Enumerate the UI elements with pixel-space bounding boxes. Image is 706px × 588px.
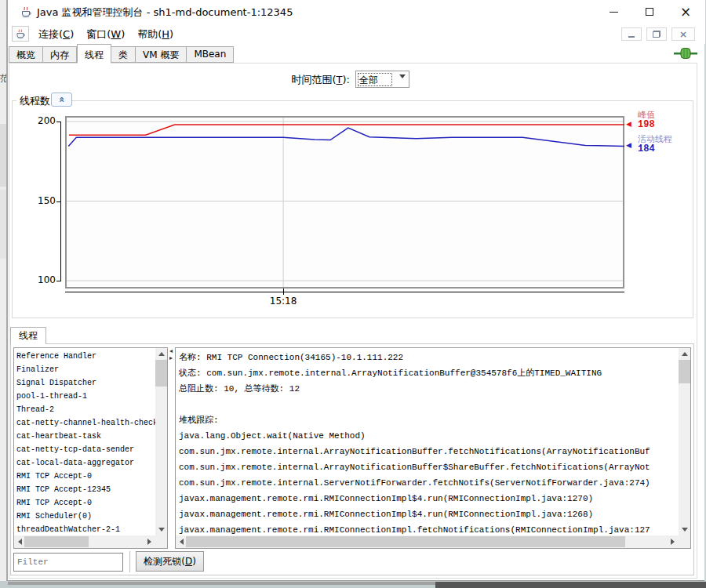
thread-list-item[interactable]: cat-heartbeat-task — [16, 430, 155, 443]
dropdown-chevron-icon — [399, 78, 406, 89]
detail-line: javax.management.remote.rmi.RMIConnectio… — [179, 491, 679, 506]
thread-list-item[interactable]: RMI Scheduler(0) — [16, 510, 155, 523]
thread-list-item[interactable]: Thread-2 — [16, 403, 155, 416]
tab-classes[interactable]: 类 — [111, 46, 136, 63]
thread-list-vscrollbar[interactable] — [155, 348, 167, 535]
minimize-icon — [610, 12, 618, 13]
tab-mbean[interactable]: MBean — [187, 46, 234, 63]
scroll-up-button[interactable] — [155, 348, 167, 360]
thread-details-text[interactable]: 名称: RMI TCP Connection(34165)-10.1.111.2… — [176, 348, 679, 535]
menu-item-window[interactable]: 窗口(W) — [80, 27, 131, 42]
tab-vm-summary[interactable]: VM 概要 — [136, 46, 187, 63]
y-tick-200: 200 — [32, 115, 56, 126]
tab-threads[interactable]: 线程 — [77, 44, 111, 64]
time-range-label: 时间范围(T): — [227, 73, 350, 87]
threads-subtab[interactable]: 线程 — [10, 327, 46, 344]
detail-line: javax.management.remote.rmi.RMIConnectio… — [179, 506, 679, 522]
background-window-bottom-bar — [8, 582, 435, 585]
hscroll-thumb[interactable] — [24, 536, 89, 547]
collapse-chart-button[interactable]: « — [51, 93, 72, 107]
connection-status-icon — [674, 47, 697, 60]
details-hscrollbar[interactable] — [176, 535, 679, 548]
maximize-icon — [646, 8, 653, 16]
scroll-right-button[interactable] — [667, 535, 679, 548]
title-bar[interactable]: Java 监视和管理控制台 - sh1-md-document-1:12345 … — [8, 0, 705, 24]
y-axis-tick — [56, 201, 61, 202]
collapse-chevrons-icon: « — [57, 96, 65, 103]
thread-details-panel: 名称: RMI TCP Connection(34165)-10.1.111.2… — [175, 347, 691, 549]
background-dark-bar — [435, 582, 706, 588]
live-series-marker-icon: ◀ — [626, 142, 631, 149]
scroll-up-button[interactable] — [679, 348, 690, 360]
thread-list-item[interactable]: pool-1-thread-1 — [16, 390, 155, 403]
scroll-down-button[interactable] — [679, 524, 690, 535]
scroll-down-icon — [158, 528, 165, 532]
scroll-down-button[interactable] — [155, 524, 167, 535]
thread-list[interactable]: Reference HandlerFinalizerSignal Dispatc… — [14, 348, 155, 535]
thread-list-item[interactable]: Finalizer — [16, 363, 155, 376]
tab-memory[interactable]: 内存 — [43, 46, 77, 63]
detect-deadlock-button[interactable]: 检测死锁(D) — [136, 551, 204, 572]
x-axis-line — [65, 292, 624, 292]
time-range-select[interactable]: 全部 — [355, 71, 409, 88]
menu-bar: 连接(C) 窗口(W) 帮助(H) × — [8, 24, 705, 44]
thread-list-item[interactable]: RMI TCP Accept-0 — [16, 496, 155, 510]
toolbar-separator — [129, 551, 131, 572]
thread-list-item[interactable]: Signal Dispatcher — [16, 376, 155, 390]
maximize-button[interactable] — [631, 0, 668, 24]
legend-peak-value: 198 — [638, 119, 655, 130]
y-axis-tick — [56, 281, 61, 281]
vscroll-thumb[interactable] — [155, 360, 167, 387]
splitter-collapse-left-icon[interactable]: ◂ — [169, 348, 173, 354]
y-axis-tick — [56, 122, 61, 122]
thread-count-chart — [65, 116, 624, 289]
app-icon — [20, 5, 32, 18]
thread-list-item[interactable]: RMI TCP Accept-12345 — [16, 483, 155, 496]
frame-restore-button[interactable] — [646, 27, 667, 41]
thread-list-hscrollbar[interactable] — [14, 535, 155, 548]
thread-list-item[interactable]: Reference Handler — [16, 350, 155, 363]
scroll-left-icon — [18, 539, 22, 545]
frame-restore-icon — [653, 31, 661, 38]
scroll-left-icon — [180, 539, 184, 545]
threads-subtab-label: 线程 — [19, 329, 38, 343]
close-icon: × — [680, 4, 691, 20]
close-button[interactable]: × — [668, 0, 704, 24]
legend-live-value: 184 — [638, 143, 655, 154]
thread-list-item[interactable]: cat-netty-tcp-data-sender — [16, 443, 155, 456]
details-vscrollbar[interactable] — [679, 348, 690, 535]
scroll-right-button[interactable] — [144, 535, 155, 548]
x-axis-tick — [283, 289, 284, 295]
peak-series-marker-icon: ◀ — [626, 121, 631, 128]
scroll-up-icon — [158, 352, 165, 356]
thread-list-item[interactable]: RMI TCP Accept-0 — [16, 470, 155, 483]
detail-line: java.lang.Object.wait(Native Method) — [179, 428, 679, 444]
scrollbar-corner — [155, 535, 167, 548]
tab-overview[interactable]: 概览 — [9, 46, 43, 63]
thread-list-panel: Reference HandlerFinalizerSignal Dispatc… — [13, 347, 168, 549]
detail-line: javax.management.remote.rmi.RMIConnectio… — [179, 522, 679, 535]
thread-list-item[interactable]: cat-netty-channel-health-check — [16, 416, 155, 430]
minimize-button[interactable] — [595, 0, 631, 24]
frame-minimize-icon — [628, 36, 635, 38]
thread-list-item[interactable]: threadDeathWatcher-2-1 — [16, 523, 155, 535]
menu-items: 连接(C) 窗口(W) 帮助(H) — [32, 27, 180, 42]
y-tick-150: 150 — [32, 195, 56, 206]
filter-input[interactable] — [13, 553, 123, 572]
background-window-fragment — [0, 190, 7, 259]
frame-close-button[interactable]: × — [671, 27, 695, 41]
splitter-collapse-right-icon[interactable]: ▸ — [169, 355, 173, 361]
frame-close-icon: × — [679, 29, 687, 40]
vscroll-thumb[interactable] — [679, 360, 690, 383]
menu-item-help[interactable]: 帮助(H) — [131, 27, 180, 42]
background-window-partial-text: 范 — [0, 72, 7, 85]
jconsole-window: Java 监视和管理控制台 - sh1-md-document-1:12345 … — [7, 0, 704, 581]
window-title: Java 监视和管理控制台 - sh1-md-document-1:12345 — [37, 5, 293, 20]
frame-icon-button[interactable] — [12, 26, 29, 42]
frame-minimize-button[interactable] — [621, 27, 642, 41]
frame-java-icon — [15, 28, 26, 39]
hscroll-thumb[interactable] — [186, 536, 625, 547]
menu-item-connect[interactable]: 连接(C) — [32, 27, 80, 42]
thread-list-item[interactable]: cat-local-data-aggregator — [16, 456, 155, 470]
scroll-up-icon — [682, 352, 688, 356]
